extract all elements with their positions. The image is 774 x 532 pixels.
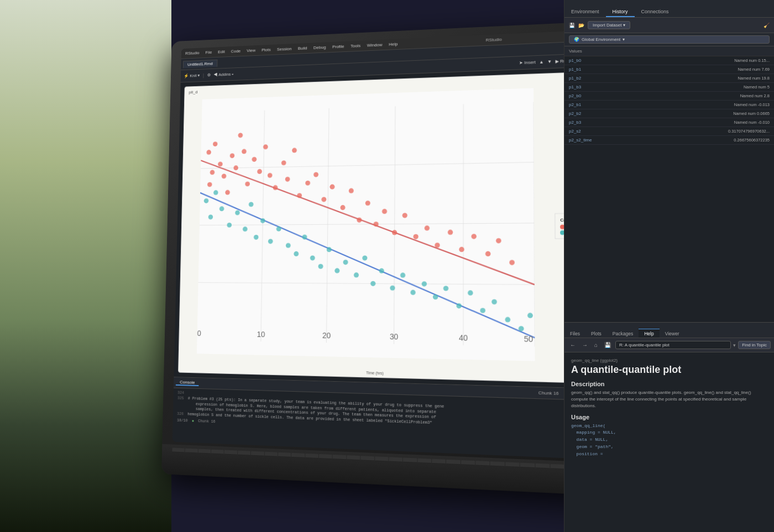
line-num: 325 bbox=[177, 396, 184, 401]
help-description-title: Description bbox=[571, 381, 767, 387]
svg-point-64 bbox=[286, 243, 291, 248]
print-button[interactable]: 💾 bbox=[602, 341, 613, 349]
right-panel: Environment History Connections 💾 📂 Impo… bbox=[564, 0, 774, 532]
svg-point-47 bbox=[459, 247, 464, 252]
menu-window[interactable]: Window bbox=[367, 43, 383, 48]
svg-point-76 bbox=[390, 286, 395, 291]
menu-help[interactable]: Help bbox=[389, 41, 398, 46]
var-value: Named num 19.8 bbox=[738, 76, 770, 81]
chunk-marker: ● bbox=[192, 419, 194, 424]
menu-rstudio[interactable]: RStudio bbox=[185, 50, 200, 55]
tab-plots[interactable]: Plots bbox=[585, 329, 607, 338]
menu-tools[interactable]: Tools bbox=[351, 43, 360, 48]
svg-line-3 bbox=[261, 110, 265, 341]
tab-viewer[interactable]: Viewer bbox=[660, 329, 685, 338]
svg-point-79 bbox=[422, 281, 427, 286]
console-tab[interactable]: Console bbox=[176, 380, 199, 386]
menu-profile[interactable]: Profile bbox=[332, 44, 344, 50]
menu-file[interactable]: File bbox=[205, 50, 212, 55]
bottom-panel-tabs: Files Plots Packages Help Viewer bbox=[564, 323, 774, 338]
svg-point-65 bbox=[294, 251, 299, 256]
value-row-p2s2: p2_s2 0.317074796970632... bbox=[564, 127, 774, 136]
forward-button[interactable]: → bbox=[580, 341, 590, 349]
svg-point-43 bbox=[413, 234, 418, 239]
svg-point-82 bbox=[456, 303, 462, 309]
rstudio-app: RStudio File Edit Code View Plots Sessio… bbox=[172, 30, 595, 460]
value-row-p2b1: p2_b1 Named num -0.013 bbox=[564, 101, 774, 109]
open-icon[interactable]: 📂 bbox=[578, 23, 584, 28]
var-name: p2_s2 bbox=[569, 129, 608, 134]
svg-point-18 bbox=[233, 165, 238, 170]
var-name: p2_s2_time bbox=[569, 138, 608, 143]
svg-point-35 bbox=[340, 205, 345, 210]
var-name: p1_b2 bbox=[569, 76, 608, 81]
broom-icon[interactable]: 🧹 bbox=[763, 23, 770, 28]
var-name: p2_b0 bbox=[569, 93, 608, 98]
svg-point-28 bbox=[285, 177, 290, 182]
plot-container: plt_d ↗ ↕ ✕ Percent of Reticulocytes in … bbox=[178, 72, 589, 383]
svg-point-25 bbox=[268, 173, 273, 178]
settings-button[interactable]: ⚙ bbox=[207, 73, 211, 78]
import-dataset-btn[interactable]: Import Dataset ▾ bbox=[588, 21, 630, 29]
var-value: 0.317074796970632... bbox=[728, 129, 770, 134]
insert-button[interactable]: ➤ Insert bbox=[519, 60, 536, 65]
svg-text:50: 50 bbox=[524, 335, 533, 344]
editor-tab-rmd[interactable]: Untitled1.Rmd bbox=[183, 59, 217, 68]
menu-plots[interactable]: Plots bbox=[262, 48, 271, 52]
svg-line-4 bbox=[326, 108, 329, 343]
svg-text:0: 0 bbox=[197, 329, 201, 338]
help-function-title: A quantile-quantile plot bbox=[571, 364, 767, 376]
tab-history[interactable]: History bbox=[606, 7, 635, 17]
save-icon[interactable]: 💾 bbox=[569, 23, 575, 28]
svg-point-63 bbox=[276, 227, 281, 231]
svg-point-84 bbox=[480, 308, 485, 313]
svg-point-40 bbox=[382, 209, 387, 214]
background-window bbox=[0, 0, 171, 532]
svg-point-32 bbox=[313, 172, 318, 177]
back-button[interactable]: ← bbox=[568, 341, 578, 349]
var-name: p1_b1 bbox=[569, 67, 608, 72]
env-panel-toolbar: 💾 📂 Import Dataset ▾ 🧹 bbox=[564, 18, 774, 33]
menu-code[interactable]: Code bbox=[231, 49, 241, 54]
menu-edit[interactable]: Edit bbox=[218, 49, 225, 54]
svg-point-54 bbox=[213, 190, 218, 195]
editor-pane: Untitled1.Rmd ⚡ Knit ▾ | ⚙ ⯇ Addins ▾ ➤ … bbox=[172, 41, 595, 460]
chunk-number: 10/10 bbox=[177, 418, 188, 424]
up-button[interactable]: ▲ bbox=[539, 60, 543, 65]
svg-point-75 bbox=[379, 268, 384, 273]
line-num: 324 bbox=[177, 391, 184, 396]
value-row-p2b3: p2_b3 Named num -0.010 bbox=[564, 118, 774, 127]
plot-svg: 0 10 20 30 40 50 1 2 3 4 bbox=[197, 88, 535, 361]
help-usage-title: Usage bbox=[571, 414, 767, 420]
knit-button[interactable]: ⚡ Knit ▾ bbox=[184, 73, 200, 78]
global-env-dropdown[interactable]: 🌍 Global Environment ▾ bbox=[569, 35, 770, 44]
help-search-input[interactable]: R: A quantile-quantile plot bbox=[615, 341, 731, 349]
tab-environment[interactable]: Environment bbox=[564, 7, 606, 17]
menu-build[interactable]: Build bbox=[298, 46, 307, 51]
tab-files[interactable]: Files bbox=[564, 329, 585, 338]
laptop-frame: RStudio File Edit Code View Plots Sessio… bbox=[161, 21, 608, 496]
svg-point-77 bbox=[400, 272, 405, 277]
var-name: p2_b1 bbox=[569, 102, 608, 107]
globe-icon: 🌍 bbox=[574, 37, 579, 42]
tab-packages[interactable]: Packages bbox=[607, 329, 639, 338]
svg-point-14 bbox=[218, 162, 223, 167]
help-dropdown-btn[interactable]: ▾ bbox=[733, 343, 736, 348]
addins-button[interactable]: ⯇ Addins ▾ bbox=[213, 72, 234, 77]
var-value: Named num 0.15... bbox=[734, 58, 770, 63]
tab-help[interactable]: Help bbox=[639, 329, 659, 338]
down-button[interactable]: ▼ bbox=[547, 59, 552, 64]
var-name: p1_b0 bbox=[569, 58, 608, 63]
svg-point-11 bbox=[210, 170, 215, 175]
find-topic-button[interactable]: Find in Topic bbox=[738, 341, 771, 349]
home-button[interactable]: ⌂ bbox=[592, 341, 600, 349]
svg-text:30: 30 bbox=[390, 333, 399, 341]
svg-point-53 bbox=[208, 214, 213, 219]
help-usage-code: geom_qq_line( mapping = NULL, data = NUL… bbox=[571, 423, 767, 458]
menu-view[interactable]: View bbox=[247, 48, 255, 53]
svg-point-16 bbox=[225, 190, 230, 195]
menu-debug[interactable]: Debug bbox=[313, 45, 326, 50]
laptop-screen: RStudio File Edit Code View Plots Sessio… bbox=[172, 30, 595, 460]
tab-connections[interactable]: Connections bbox=[635, 7, 676, 17]
menu-session[interactable]: Session bbox=[277, 46, 292, 52]
